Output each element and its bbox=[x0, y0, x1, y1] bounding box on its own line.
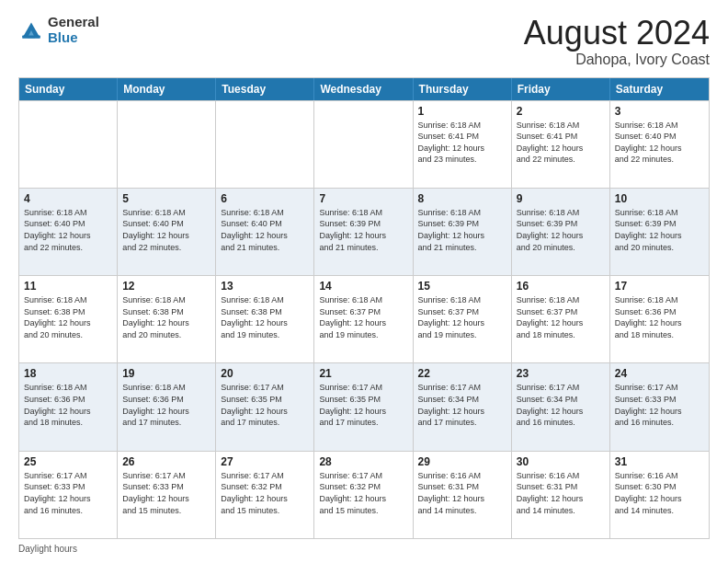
cal-cell: 10Sunrise: 6:18 AM Sunset: 6:39 PM Dayli… bbox=[610, 189, 709, 275]
cell-info: Sunrise: 6:17 AM Sunset: 6:33 PM Dayligh… bbox=[122, 470, 210, 516]
day-number: 3 bbox=[615, 105, 704, 118]
logo: General Blue bbox=[18, 15, 99, 45]
cell-info: Sunrise: 6:17 AM Sunset: 6:35 PM Dayligh… bbox=[221, 382, 309, 428]
day-number: 29 bbox=[418, 455, 506, 468]
cal-cell: 9Sunrise: 6:18 AM Sunset: 6:39 PM Daylig… bbox=[512, 189, 610, 275]
cal-cell: 7Sunrise: 6:18 AM Sunset: 6:39 PM Daylig… bbox=[314, 189, 413, 275]
logo-text: General Blue bbox=[48, 15, 99, 45]
cal-header-cell: Monday bbox=[118, 78, 216, 100]
cal-header-cell: Thursday bbox=[414, 78, 512, 100]
logo-icon bbox=[18, 17, 44, 43]
cell-info: Sunrise: 6:18 AM Sunset: 6:40 PM Dayligh… bbox=[24, 207, 112, 253]
day-number: 6 bbox=[221, 192, 309, 205]
day-number: 27 bbox=[221, 455, 309, 468]
day-number: 22 bbox=[418, 367, 506, 380]
day-number: 25 bbox=[24, 455, 112, 468]
day-number: 4 bbox=[24, 192, 112, 205]
cal-cell: 13Sunrise: 6:18 AM Sunset: 6:38 PM Dayli… bbox=[216, 276, 314, 362]
cal-cell: 27Sunrise: 6:17 AM Sunset: 6:32 PM Dayli… bbox=[216, 452, 314, 538]
cal-row: 18Sunrise: 6:18 AM Sunset: 6:36 PM Dayli… bbox=[19, 362, 709, 450]
cal-row: 25Sunrise: 6:17 AM Sunset: 6:33 PM Dayli… bbox=[19, 451, 709, 538]
cell-info: Sunrise: 6:18 AM Sunset: 6:36 PM Dayligh… bbox=[24, 382, 112, 428]
cell-info: Sunrise: 6:17 AM Sunset: 6:32 PM Dayligh… bbox=[319, 470, 407, 516]
day-number: 16 bbox=[517, 280, 605, 293]
cell-info: Sunrise: 6:17 AM Sunset: 6:33 PM Dayligh… bbox=[615, 382, 704, 428]
cell-info: Sunrise: 6:17 AM Sunset: 6:34 PM Dayligh… bbox=[418, 382, 506, 428]
cal-cell: 6Sunrise: 6:18 AM Sunset: 6:40 PM Daylig… bbox=[216, 189, 314, 275]
footer-note: Daylight hours bbox=[18, 544, 710, 554]
day-number: 12 bbox=[122, 280, 210, 293]
cal-cell: 14Sunrise: 6:18 AM Sunset: 6:37 PM Dayli… bbox=[314, 276, 413, 362]
cell-info: Sunrise: 6:18 AM Sunset: 6:39 PM Dayligh… bbox=[517, 207, 605, 253]
month-title: August 2024 bbox=[524, 15, 710, 52]
location-title: Dahopa, Ivory Coast bbox=[524, 52, 710, 68]
cell-info: Sunrise: 6:17 AM Sunset: 6:35 PM Dayligh… bbox=[319, 382, 407, 428]
cal-cell: 3Sunrise: 6:18 AM Sunset: 6:40 PM Daylig… bbox=[610, 101, 709, 188]
cell-info: Sunrise: 6:17 AM Sunset: 6:32 PM Dayligh… bbox=[221, 470, 309, 516]
day-number: 13 bbox=[221, 280, 309, 293]
title-block: August 2024 Dahopa, Ivory Coast bbox=[524, 15, 710, 68]
cell-info: Sunrise: 6:18 AM Sunset: 6:36 PM Dayligh… bbox=[122, 382, 210, 428]
cell-info: Sunrise: 6:18 AM Sunset: 6:41 PM Dayligh… bbox=[418, 120, 506, 166]
cal-cell bbox=[19, 101, 118, 188]
cal-header-cell: Sunday bbox=[19, 78, 118, 100]
cal-cell: 15Sunrise: 6:18 AM Sunset: 6:37 PM Dayli… bbox=[414, 276, 512, 362]
cal-cell: 28Sunrise: 6:17 AM Sunset: 6:32 PM Dayli… bbox=[314, 452, 413, 538]
day-number: 23 bbox=[517, 367, 605, 380]
header: General Blue August 2024 Dahopa, Ivory C… bbox=[18, 15, 710, 68]
day-number: 20 bbox=[221, 367, 309, 380]
cal-cell: 11Sunrise: 6:18 AM Sunset: 6:38 PM Dayli… bbox=[19, 276, 118, 362]
cell-info: Sunrise: 6:18 AM Sunset: 6:39 PM Dayligh… bbox=[418, 207, 506, 253]
cell-info: Sunrise: 6:18 AM Sunset: 6:40 PM Dayligh… bbox=[221, 207, 309, 253]
cal-cell: 19Sunrise: 6:18 AM Sunset: 6:36 PM Dayli… bbox=[118, 363, 216, 450]
cal-cell: 17Sunrise: 6:18 AM Sunset: 6:36 PM Dayli… bbox=[610, 276, 709, 362]
cell-info: Sunrise: 6:18 AM Sunset: 6:39 PM Dayligh… bbox=[319, 207, 407, 253]
cell-info: Sunrise: 6:18 AM Sunset: 6:40 PM Dayligh… bbox=[122, 207, 210, 253]
day-number: 11 bbox=[24, 280, 112, 293]
logo-blue: Blue bbox=[48, 30, 99, 46]
cell-info: Sunrise: 6:18 AM Sunset: 6:38 PM Dayligh… bbox=[122, 294, 210, 340]
calendar-body: 1Sunrise: 6:18 AM Sunset: 6:41 PM Daylig… bbox=[19, 100, 709, 538]
cell-info: Sunrise: 6:16 AM Sunset: 6:30 PM Dayligh… bbox=[615, 470, 704, 516]
day-number: 10 bbox=[615, 192, 704, 205]
cal-row: 11Sunrise: 6:18 AM Sunset: 6:38 PM Dayli… bbox=[19, 275, 709, 362]
day-number: 30 bbox=[517, 455, 605, 468]
cell-info: Sunrise: 6:18 AM Sunset: 6:39 PM Dayligh… bbox=[615, 207, 704, 253]
cell-info: Sunrise: 6:18 AM Sunset: 6:37 PM Dayligh… bbox=[319, 294, 407, 340]
cell-info: Sunrise: 6:16 AM Sunset: 6:31 PM Dayligh… bbox=[517, 470, 605, 516]
calendar-header: SundayMondayTuesdayWednesdayThursdayFrid… bbox=[19, 78, 709, 100]
cal-cell: 26Sunrise: 6:17 AM Sunset: 6:33 PM Dayli… bbox=[118, 452, 216, 538]
cal-header-cell: Wednesday bbox=[314, 78, 413, 100]
cal-cell: 5Sunrise: 6:18 AM Sunset: 6:40 PM Daylig… bbox=[118, 189, 216, 275]
logo-general: General bbox=[48, 15, 99, 30]
day-number: 26 bbox=[122, 455, 210, 468]
day-number: 15 bbox=[418, 280, 506, 293]
cal-cell: 30Sunrise: 6:16 AM Sunset: 6:31 PM Dayli… bbox=[512, 452, 610, 538]
cal-cell: 22Sunrise: 6:17 AM Sunset: 6:34 PM Dayli… bbox=[414, 363, 512, 450]
cell-info: Sunrise: 6:18 AM Sunset: 6:37 PM Dayligh… bbox=[517, 294, 605, 340]
cal-cell: 20Sunrise: 6:17 AM Sunset: 6:35 PM Dayli… bbox=[216, 363, 314, 450]
day-number: 7 bbox=[319, 192, 407, 205]
cell-info: Sunrise: 6:18 AM Sunset: 6:38 PM Dayligh… bbox=[221, 294, 309, 340]
day-number: 18 bbox=[24, 367, 112, 380]
day-number: 2 bbox=[517, 105, 605, 118]
page: General Blue August 2024 Dahopa, Ivory C… bbox=[0, 0, 728, 563]
day-number: 8 bbox=[418, 192, 506, 205]
cal-cell: 21Sunrise: 6:17 AM Sunset: 6:35 PM Dayli… bbox=[314, 363, 413, 450]
cell-info: Sunrise: 6:16 AM Sunset: 6:31 PM Dayligh… bbox=[418, 470, 506, 516]
day-number: 28 bbox=[319, 455, 407, 468]
cal-row: 1Sunrise: 6:18 AM Sunset: 6:41 PM Daylig… bbox=[19, 100, 709, 188]
cal-cell bbox=[118, 101, 216, 188]
cell-info: Sunrise: 6:18 AM Sunset: 6:36 PM Dayligh… bbox=[615, 294, 704, 340]
cal-header-cell: Saturday bbox=[610, 78, 709, 100]
cal-cell: 12Sunrise: 6:18 AM Sunset: 6:38 PM Dayli… bbox=[118, 276, 216, 362]
cal-cell: 4Sunrise: 6:18 AM Sunset: 6:40 PM Daylig… bbox=[19, 189, 118, 275]
cell-info: Sunrise: 6:18 AM Sunset: 6:41 PM Dayligh… bbox=[517, 120, 605, 166]
day-number: 17 bbox=[615, 280, 704, 293]
day-number: 9 bbox=[517, 192, 605, 205]
svg-rect-2 bbox=[22, 35, 40, 38]
cell-info: Sunrise: 6:18 AM Sunset: 6:37 PM Dayligh… bbox=[418, 294, 506, 340]
cell-info: Sunrise: 6:17 AM Sunset: 6:33 PM Dayligh… bbox=[24, 470, 112, 516]
cal-cell bbox=[216, 101, 314, 188]
cell-info: Sunrise: 6:18 AM Sunset: 6:38 PM Dayligh… bbox=[24, 294, 112, 340]
